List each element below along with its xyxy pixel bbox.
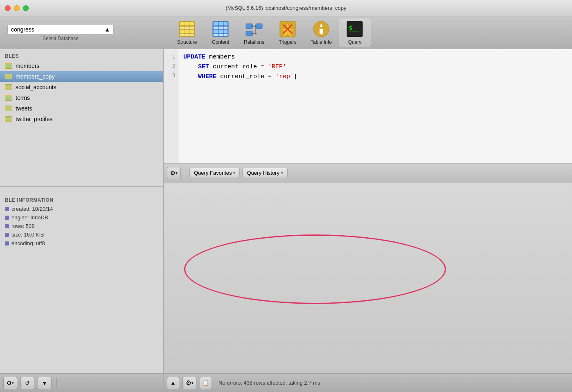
svg-point-21 — [255, 25, 257, 27]
svg-rect-14 — [246, 24, 252, 29]
query-favorites-label: Query Favorites — [194, 170, 232, 176]
info-label-created: created: 10/20/14 — [11, 206, 53, 212]
window-title: (MySQL 5.6.16) localhost/congress/member… — [225, 5, 346, 11]
status-bar: ▲ ⚙ ▾ 📋 No errors; 438 rows affected, ta… — [164, 373, 572, 392]
triggers-button[interactable]: Triggers — [272, 18, 304, 47]
main-toolbar: congress ▲ Select Database Structure — [0, 16, 572, 49]
info-item-rows: rows: 538 — [0, 222, 163, 230]
sidebar-divider-1 — [0, 186, 163, 187]
svg-rect-15 — [256, 24, 262, 29]
table-icon-social-accounts — [5, 84, 12, 90]
query-history-button[interactable]: Query History ▾ — [242, 168, 287, 178]
svg-point-23 — [255, 33, 257, 34]
sidebar-bottom-toolbar: ⚙ ▾ ↺ ▼ — [0, 373, 163, 392]
svg-rect-4 — [180, 34, 194, 36]
query-gear-icon: ⚙ — [170, 170, 176, 176]
line-numbers: 1 2 3 — [164, 49, 178, 163]
results-content — [164, 182, 572, 373]
table-icon-tweets — [5, 106, 12, 111]
info-dot-engine — [5, 216, 9, 220]
status-message: No errors; 438 rows affected, taking 2.7… — [215, 380, 569, 386]
query-history-label: Query History — [247, 170, 279, 176]
query-gear-chevron: ▾ — [176, 171, 178, 175]
triggers-icon — [279, 20, 296, 38]
table-item-terms[interactable]: terms — [0, 92, 163, 103]
expand-icon: ▲ — [171, 380, 176, 386]
db-selector-value: congress — [11, 26, 34, 33]
line-num-2: 2 — [164, 61, 178, 70]
query-toolbar: ⚙ ▾ Query Favorites ▾ Query History ▾ — [164, 164, 572, 182]
info-dot-rows — [5, 224, 9, 228]
query-toolbar-sep — [185, 168, 185, 178]
info-dot-encoding — [5, 241, 9, 246]
query-label: Query — [348, 39, 362, 45]
info-label-rows: rows: 538 — [11, 223, 34, 229]
filter-icon: ▼ — [42, 380, 47, 386]
status-clipboard-button[interactable]: 📋 — [200, 377, 212, 389]
refresh-icon: ↺ — [25, 380, 30, 386]
status-gear-button[interactable]: ⚙ ▾ — [182, 377, 196, 389]
info-label-size: size: 16.0 KiB — [11, 232, 44, 238]
tables-section-title: BLES — [0, 49, 163, 61]
sidebar-filter-button[interactable]: ▼ — [38, 377, 52, 389]
table-name-social-accounts: social_accounts — [16, 84, 56, 90]
sidebar-gear-button[interactable]: ⚙ ▾ — [3, 377, 17, 389]
relations-button[interactable]: Relations — [238, 18, 270, 47]
info-dot-created — [5, 207, 9, 211]
content-label: Content — [212, 39, 229, 45]
content-button[interactable]: Content — [205, 18, 236, 47]
toolbar-buttons: Structure Content — [167, 18, 569, 47]
code-editor: 1 2 3 UPDATE members SET current_role = … — [164, 49, 572, 164]
info-label-engine: engine: InnoDB — [11, 214, 48, 221]
structure-label: Structure — [177, 39, 197, 45]
status-expand-button[interactable]: ▲ — [167, 377, 179, 389]
tableinfo-icon: i — [313, 20, 330, 38]
table-item-social-accounts[interactable]: social_accounts — [0, 82, 163, 92]
query-button[interactable]: $_ Query — [339, 18, 371, 47]
content-icon — [212, 20, 229, 38]
table-item-twitter-profiles[interactable]: twitter_profiles — [0, 114, 163, 124]
window-buttons — [5, 5, 29, 11]
sidebar-refresh-button[interactable]: ↺ — [20, 377, 34, 389]
gear-chevron: ▾ — [12, 381, 14, 385]
table-item-members[interactable]: members — [0, 61, 163, 71]
query-favorites-button[interactable]: Query Favorites ▾ — [189, 168, 240, 178]
sql-editor[interactable]: UPDATE members SET current_role = 'REP' … — [178, 49, 572, 163]
clipboard-icon: 📋 — [203, 380, 209, 386]
main-layout: BLES members members_copy — [0, 49, 572, 392]
gear-icon: ⚙ — [7, 380, 12, 386]
table-icon-members-copy — [5, 74, 12, 79]
structure-button[interactable]: Structure — [171, 18, 203, 47]
table-info-section: BLE INFORMATION created: 10/20/14 engine… — [0, 190, 163, 251]
database-selector[interactable]: congress ▲ — [7, 24, 114, 35]
history-chevron: ▾ — [281, 171, 283, 175]
svg-rect-8 — [214, 22, 227, 25]
db-selector-arrow: ▲ — [104, 26, 110, 33]
svg-rect-9 — [214, 27, 227, 29]
triggers-label: Triggers — [279, 39, 297, 45]
svg-rect-11 — [214, 34, 227, 36]
table-icon-twitter-profiles — [5, 116, 12, 122]
results-area — [164, 182, 572, 373]
info-item-created: created: 10/20/14 — [0, 205, 163, 213]
table-info-title: BLE INFORMATION — [0, 193, 163, 205]
db-selector-wrap: congress ▲ Select Database — [7, 24, 114, 41]
svg-point-31 — [320, 25, 322, 27]
table-icon-terms — [5, 95, 12, 101]
db-selector-label: Select Database — [7, 36, 114, 41]
tableinfo-button[interactable]: i Table Info — [305, 18, 337, 47]
title-bar: (MySQL 5.6.16) localhost/congress/member… — [0, 0, 572, 16]
maximize-button[interactable] — [23, 5, 29, 11]
info-item-size: size: 16.0 KiB — [0, 230, 163, 239]
svg-point-20 — [252, 25, 253, 27]
table-item-members-copy[interactable]: members_copy — [0, 71, 163, 82]
minimize-button[interactable] — [14, 5, 20, 11]
table-item-tweets[interactable]: tweets — [0, 103, 163, 114]
svg-text:$_: $_ — [349, 24, 357, 32]
query-gear-button[interactable]: ⚙ ▾ — [167, 167, 181, 179]
table-list: members members_copy social_accounts — [0, 61, 163, 183]
favorites-chevron: ▾ — [233, 171, 235, 175]
relations-icon — [245, 20, 263, 38]
line-num-3: 3 — [164, 71, 178, 80]
close-button[interactable] — [5, 5, 11, 11]
